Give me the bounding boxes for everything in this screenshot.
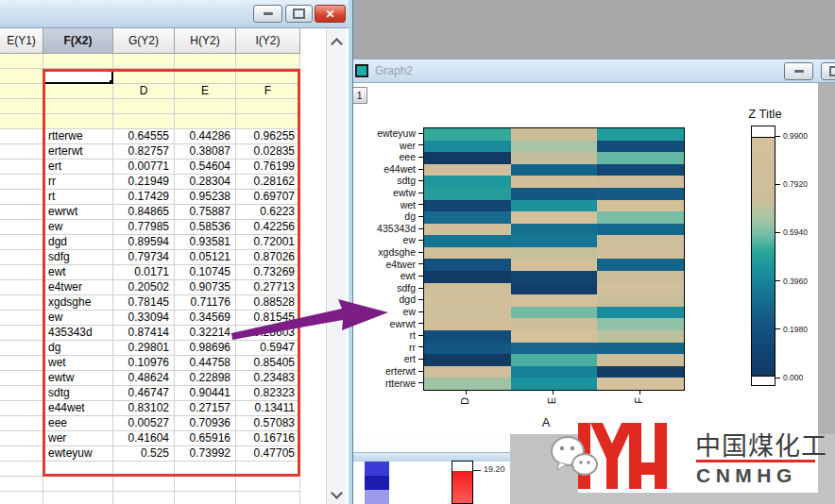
value-cell[interactable]: 0.00527 [113, 416, 175, 431]
worksheet-cell[interactable] [43, 477, 113, 492]
worksheet-cell[interactable] [113, 477, 175, 492]
worksheet-cell[interactable] [0, 99, 43, 114]
worksheet-row[interactable]: e4twer0.205020.907350.27713 [0, 280, 326, 295]
value-cell[interactable]: 0.28162 [236, 175, 300, 190]
worksheet-cell[interactable] [0, 144, 43, 160]
value-cell[interactable]: 0.27713 [236, 280, 300, 295]
worksheet-cell[interactable] [175, 492, 236, 504]
value-cell[interactable]: 0.96255 [236, 129, 300, 144]
worksheet-cell[interactable] [113, 54, 175, 69]
worksheet-cell[interactable] [0, 175, 43, 190]
value-cell[interactable]: 0.72001 [236, 235, 300, 250]
worksheet-cell[interactable] [0, 220, 43, 235]
value-cell[interactable]: 0.05121 [175, 250, 236, 265]
value-cell[interactable]: 0.87414 [113, 326, 175, 341]
worksheet-row[interactable]: rr0.219490.283040.28162 [0, 175, 326, 190]
worksheet-cell[interactable] [0, 356, 43, 371]
worksheet-row[interactable]: ewteyuw0.5250.739920.47705 [0, 446, 326, 462]
worksheet-cell[interactable] [43, 114, 113, 129]
row-name-cell[interactable]: 435343d [43, 326, 113, 341]
active-cell-cursor[interactable] [43, 69, 113, 84]
worksheet-row[interactable] [0, 492, 326, 504]
value-cell[interactable]: 0.84865 [113, 205, 175, 220]
value-cell[interactable]: 0.42256 [236, 220, 300, 235]
value-cell[interactable]: 0.95238 [175, 190, 236, 205]
worksheet-cell[interactable] [0, 492, 43, 504]
row-name-cell[interactable]: rr [43, 175, 113, 190]
value-cell[interactable]: 0.73269 [236, 265, 300, 280]
worksheet-vertical-scrollbar[interactable] [326, 28, 346, 504]
worksheet-cell[interactable] [236, 492, 300, 504]
worksheet-row[interactable]: eee0.005270.709360.57083 [0, 416, 326, 431]
worksheet-row[interactable]: 435343d0.874140.322140.28603 [0, 326, 326, 341]
worksheet-cell[interactable] [236, 477, 300, 492]
worksheet-cell[interactable] [0, 446, 43, 462]
row-name-cell[interactable]: e4twer [43, 280, 113, 295]
value-cell[interactable]: 0.65916 [175, 431, 236, 446]
worksheet-cell[interactable] [113, 114, 175, 129]
column-header-I[interactable]: I(Y2) [236, 28, 300, 54]
worksheet-cell[interactable] [0, 295, 43, 311]
worksheet-cell[interactable] [236, 69, 300, 84]
worksheet-cell[interactable] [0, 462, 43, 477]
graph-page-1-button[interactable]: 1 [351, 87, 367, 104]
worksheet-cell[interactable] [175, 477, 236, 492]
value-cell[interactable]: 0.16716 [236, 431, 300, 446]
worksheet-cell[interactable] [0, 401, 43, 416]
worksheet-cell[interactable] [0, 311, 43, 326]
value-cell[interactable]: 0.57083 [236, 416, 300, 431]
worksheet-cell[interactable] [43, 99, 113, 114]
worksheet-row[interactable]: ewtw0.486240.228980.23483 [0, 371, 326, 386]
row-name-cell[interactable]: ewt [43, 265, 113, 280]
value-cell[interactable]: 0.28603 [236, 326, 300, 341]
worksheet-row[interactable]: rt0.174290.952380.69707 [0, 190, 326, 205]
row-name-cell[interactable]: ert [43, 160, 113, 175]
scroll-up-icon[interactable] [331, 38, 343, 50]
long-name-E[interactable]: E [175, 84, 236, 99]
worksheet-row[interactable]: ew0.779850.585360.42256 [0, 220, 326, 235]
worksheet-cell[interactable] [0, 235, 43, 250]
value-cell[interactable]: 0.90735 [175, 280, 236, 295]
value-cell[interactable]: 0.6223 [236, 205, 300, 220]
worksheet-row[interactable]: erterwt0.827570.380870.02835 [0, 144, 326, 160]
worksheet-cell[interactable] [236, 99, 300, 114]
value-cell[interactable]: 0.5947 [236, 341, 300, 356]
worksheet-row[interactable]: rtterwe0.645550.442860.96255 [0, 129, 326, 144]
worksheet-row[interactable]: ewt0.01710.107450.73269 [0, 265, 326, 280]
value-cell[interactable]: 0.34569 [175, 311, 236, 326]
row-name-cell[interactable]: sdfg [43, 250, 113, 265]
value-cell[interactable]: 0.71176 [175, 295, 236, 311]
worksheet-cell[interactable] [113, 462, 175, 477]
worksheet-cell[interactable] [0, 386, 43, 401]
worksheet-cell[interactable] [43, 54, 113, 69]
value-cell[interactable]: 0.525 [113, 446, 175, 462]
worksheet-cell[interactable] [0, 69, 43, 84]
value-cell[interactable]: 0.93581 [175, 235, 236, 250]
long-name-F[interactable]: F [236, 84, 300, 99]
worksheet-cell[interactable] [175, 114, 236, 129]
worksheet-cell[interactable] [236, 462, 300, 477]
value-cell[interactable]: 0.48624 [113, 371, 175, 386]
worksheet-row[interactable]: dgd0.895940.935810.72001 [0, 235, 326, 250]
worksheet-cell[interactable] [0, 431, 43, 446]
worksheet-row[interactable] [0, 114, 326, 129]
worksheet-cell[interactable] [236, 54, 300, 69]
worksheet-cell[interactable] [175, 462, 236, 477]
value-cell[interactable]: 0.70936 [175, 416, 236, 431]
graph-minimize-button[interactable] [784, 62, 813, 80]
value-cell[interactable]: 0.10745 [175, 265, 236, 280]
worksheet-cell[interactable] [113, 492, 175, 504]
worksheet-cell[interactable] [0, 84, 43, 99]
scroll-down-icon[interactable] [331, 487, 343, 499]
row-name-cell[interactable]: xgdsghe [43, 295, 113, 311]
value-cell[interactable]: 0.77985 [113, 220, 175, 235]
value-cell[interactable]: 0.38087 [175, 144, 236, 160]
value-cell[interactable]: 0.22898 [175, 371, 236, 386]
row-name-cell[interactable]: ewtw [43, 371, 113, 386]
value-cell[interactable]: 0.73992 [175, 446, 236, 462]
value-cell[interactable]: 0.41604 [113, 431, 175, 446]
value-cell[interactable]: 0.23483 [236, 371, 300, 386]
worksheet-cell[interactable] [0, 190, 43, 205]
value-cell[interactable]: 0.44758 [175, 356, 236, 371]
worksheet-row[interactable]: ew0.330940.345690.81545 [0, 311, 326, 326]
